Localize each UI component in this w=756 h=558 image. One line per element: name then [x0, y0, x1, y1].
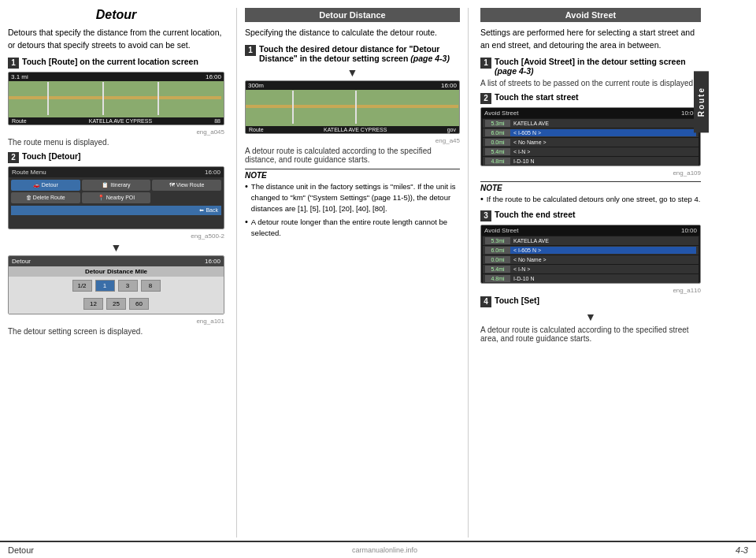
detour-time: 16:00 [205, 258, 220, 265]
center-nav-inner: 300m 16:00 Route KATELLA AVE CYPRESS gov [246, 81, 459, 133]
left-title: Detour [8, 8, 224, 22]
step2-caption: The detour setting screen is displayed. [8, 327, 224, 336]
nav-street-name: KATELLA AVE CYPRESS [89, 118, 152, 124]
center-nav-street: KATELLA AVE CYPRESS [324, 127, 387, 132]
detour-val-1[interactable]: 1 [95, 280, 115, 292]
footer-website: carmanualonline.info [352, 546, 417, 554]
avoid-screen-inner-2: Avoid Street 10:00 5.3mi KATELLA AVE 6.0… [481, 225, 700, 283]
eng-label-3: eng_a101 [8, 318, 224, 325]
avoid-dist-s2: 0.0mi [485, 256, 510, 263]
menu-time: 16:00 [205, 169, 220, 176]
avoid-dist-s1: 6.0mi [485, 247, 510, 254]
detour-subtitle: Detour Distance Mile [9, 266, 224, 277]
footer-right: 4-3 [736, 545, 748, 555]
avoid-name-3: < I-N > [510, 148, 696, 155]
avoid-header-2: Avoid Street 10:00 [481, 225, 700, 236]
page-container: Detour Detours that specify the distance… [0, 0, 756, 558]
avoid-name-s1: < I-605 N > [510, 247, 696, 254]
avoid-screen-2: Avoid Street 10:00 5.3mi KATELLA AVE 6.0… [480, 225, 701, 284]
detour-screen-inner: Detour 16:00 Detour Distance Mile 1/2 1 … [9, 256, 224, 314]
avoid-title-2: Avoid Street [484, 227, 518, 234]
avoid-item-1[interactable]: 6.0mi < I-605 N > [483, 128, 699, 137]
footer: Detour carmanualonline.info 4-3 [0, 541, 756, 558]
right-eng-label-2: eng_a110 [480, 287, 701, 294]
center-nav-bottom: Route KATELLA AVE CYPRESS gov [246, 126, 459, 133]
right-intro: Settings are performed here for selectin… [480, 27, 701, 52]
avoid-title-1: Avoid Street [484, 110, 518, 117]
step1-caption: The route menu is displayed. [8, 138, 224, 147]
center-step1-text: Touch the desired detour distance for "D… [259, 44, 460, 63]
detour-val-4[interactable]: 12 [83, 298, 103, 310]
avoid-item-2[interactable]: 0.0mi < No Name > [483, 138, 699, 147]
avoid-item-s2[interactable]: 0.0mi < No Name > [483, 255, 699, 264]
nav-route-btn[interactable]: Route [12, 118, 27, 124]
center-nav-extra: gov [447, 127, 456, 132]
nav-screen-inner: 3.1 mi 16:00 Route KATELLA AVE CYPRESS 8… [9, 73, 224, 125]
avoid-dist-2: 0.0mi [485, 139, 510, 146]
center-note-text-1: The distance unit in the factory setting… [251, 181, 460, 215]
menu-item-delete-route[interactable]: 🗑 Delete Route [11, 192, 80, 203]
center-bullet-dot-1: • [245, 181, 248, 215]
detour-val-6[interactable]: 60 [129, 298, 149, 310]
nav-bottom-bar: Route KATELLA AVE CYPRESS 88 [9, 117, 224, 125]
nav-screen-1: 3.1 mi 16:00 Route KATELLA AVE CYPRESS 8… [8, 72, 224, 125]
arrow-down-1: ▼ [8, 241, 224, 254]
avoid-item-s3[interactable]: 5.4mi < I-N > [483, 265, 699, 273]
avoid-screen-1: Avoid Street 10:00 5.3mi KATELLA AVE 6.0… [480, 107, 701, 166]
step2-heading: 2 Touch [Detour] [8, 151, 224, 163]
right-header: Avoid Street [480, 8, 701, 22]
right-note-1: • If the route to be calculated detours … [480, 194, 701, 205]
menu-item-nearby-poi[interactable]: 📍 Nearby POI [82, 192, 151, 203]
right-step1-text: Touch [Avoid Street] in the detour setti… [495, 57, 701, 76]
avoid-name-4: I-D-10 N [510, 158, 696, 165]
menu-header: Route Menu 16:00 [9, 167, 224, 177]
right-step1-heading: 1 Touch [Avoid Street] in the detour set… [480, 57, 701, 76]
right-step2-text: Touch the start street [495, 92, 701, 102]
center-caption: A detour route is calculated according t… [245, 147, 460, 164]
menu-item-view-route[interactable]: 🗺 View Route [152, 180, 221, 191]
right-step1-page-ref: (page 4-3) [495, 66, 534, 76]
detour-val-2[interactable]: 3 [118, 280, 138, 292]
nav-time-1: 16:00 [206, 73, 221, 80]
right-step3-text: Touch the end street [495, 210, 701, 219]
avoid-dist-1: 6.0mi [485, 129, 510, 136]
detour-val-0[interactable]: 1/2 [72, 280, 92, 292]
center-note: NOTE • The distance unit in the factory … [245, 169, 460, 239]
menu-item-itinerary[interactable]: 📋 Itinerary [82, 180, 151, 191]
menu-screen: Route Menu 16:00 🚗 Detour 📋 Itinerary 🗺 … [8, 166, 224, 229]
center-nav-screen: 300m 16:00 Route KATELLA AVE CYPRESS gov [245, 80, 460, 134]
footer-section: Detour [8, 545, 34, 555]
center-nav-route[interactable]: Route [249, 127, 264, 132]
avoid-item-s1[interactable]: 6.0mi < I-605 N > [483, 246, 699, 255]
avoid-item-4[interactable]: 4.8mi I-D-10 N [483, 157, 699, 166]
nav-roads-svg [9, 82, 224, 115]
step1-num: 1 [8, 58, 19, 69]
detour-val-5[interactable]: 25 [106, 298, 126, 310]
avoid-dist-3: 5.4mi [485, 148, 510, 155]
right-step1-caption: A list of streets to be passed on the cu… [480, 79, 701, 87]
center-arrow: ▼ [245, 66, 460, 79]
avoid-name-s0: KATELLA AVE [510, 237, 696, 244]
avoid-item-s4[interactable]: 4.8mi I-D-10 N [483, 274, 699, 283]
step2-text: Touch [Detour] [22, 151, 224, 161]
avoid-item-0[interactable]: 5.3mi KATELLA AVE [483, 119, 699, 128]
avoid-item-3[interactable]: 5.4mi < I-N > [483, 147, 699, 156]
avoid-dist-s4: 4.8mi [485, 275, 510, 282]
right-step1-main: Touch [Avoid Street] in the detour setti… [495, 57, 686, 66]
menu-back[interactable]: ⬅ Back [11, 206, 221, 215]
center-step1-page-ref: (page 4-3) [410, 54, 450, 63]
footer-left: Detour [8, 545, 34, 555]
right-note-text-1: If the route to be calculated detours on… [487, 194, 700, 205]
center-step1-num: 1 [245, 45, 256, 56]
menu-title: Route Menu [12, 169, 46, 176]
detour-values: 1/2 1 3 8 [9, 277, 224, 295]
avoid-item-s0[interactable]: 5.3mi KATELLA AVE [483, 236, 699, 245]
center-bullet-dot-2: • [245, 217, 248, 240]
right-step2-num: 2 [480, 93, 491, 104]
center-nav-dist: 300m [248, 82, 264, 89]
menu-item-detour[interactable]: 🚗 Detour [11, 180, 80, 191]
detour-val-3[interactable]: 8 [141, 280, 161, 292]
center-note-2: • A detour route longer than the entire … [245, 217, 460, 240]
avoid-time-2: 10:00 [681, 227, 697, 234]
center-nav-svg [246, 91, 459, 124]
